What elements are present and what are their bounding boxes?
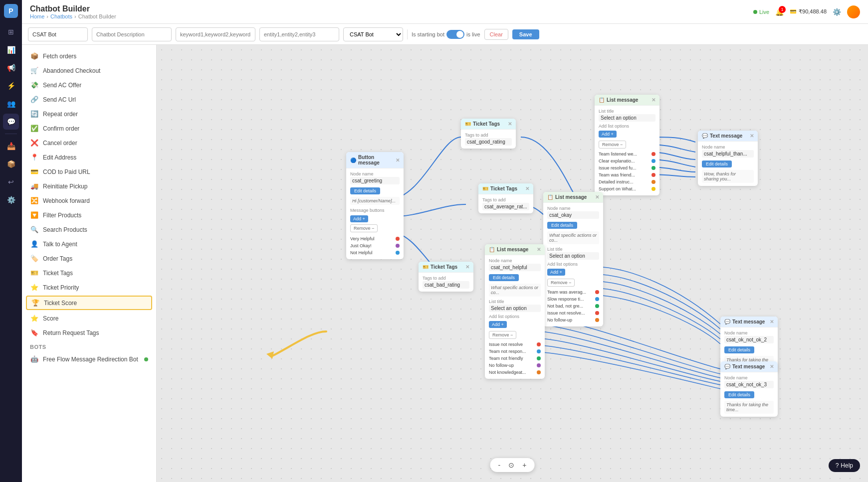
- nav-dashboard[interactable]: ⊞: [3, 24, 19, 40]
- sidebar-item-order-tags[interactable]: 🏷️ Order Tags: [22, 251, 156, 266]
- sidebar-item-ticket-score[interactable]: 🏆 Ticket Score: [26, 296, 152, 310]
- breadcrumb-chatbots[interactable]: Chatbots: [50, 13, 72, 19]
- ticket-tags-1-header: 🎫 Ticket Tags ✕: [461, 119, 516, 130]
- sidebar-item-cod-paid[interactable]: 💳 COD to Paid URL: [22, 164, 156, 179]
- zoom-out-button[interactable]: -: [496, 460, 503, 470]
- send-ac-url-icon: 🔗: [30, 96, 39, 103]
- sidebar-item-edit-address[interactable]: 📍 Edit Address: [22, 150, 156, 164]
- help-button[interactable]: ? Help: [829, 459, 860, 472]
- sidebar-item-score[interactable]: ⭐ Score: [22, 311, 156, 325]
- sidebar-item-confirm-order[interactable]: ✅ Confirm order: [22, 121, 156, 136]
- sidebar-item-abandoned-checkout[interactable]: 🛒 Abandoned Checkout: [22, 63, 156, 78]
- sidebar-item-talk-to-agent[interactable]: 👤 Talk to Agent: [22, 237, 156, 251]
- text-message-3-node[interactable]: 💬 Text message ✕ Node name csat_ok_not_o…: [720, 361, 778, 417]
- nav-returns[interactable]: ↩: [3, 174, 19, 190]
- list-nothelpful-close[interactable]: ✕: [537, 247, 541, 252]
- canvas-area[interactable]: 🔵 Button message ✕ Node name csat_greeti…: [157, 45, 868, 482]
- nav-contacts[interactable]: 👥: [3, 96, 19, 112]
- notification-icon[interactable]: 🔔 1: [775, 8, 784, 16]
- list-nh-opt3: Team not friendly: [489, 355, 541, 362]
- ticket-tags-node-1[interactable]: 🎫 Ticket Tags ✕ Tags to add csat_good_ra…: [461, 119, 516, 149]
- toolbar-divider: [407, 29, 408, 39]
- button-message-node[interactable]: 🔵 Button message ✕ Node name csat_greeti…: [346, 152, 404, 259]
- remove-btn[interactable]: Remove −: [350, 224, 378, 232]
- sidebar-item-return-request-tags[interactable]: 🔖 Return Request Tags: [22, 325, 156, 340]
- list-okay-remove[interactable]: Remove −: [547, 279, 575, 287]
- list-okay-edit[interactable]: Edit details: [547, 222, 577, 229]
- ticket-tags-2-header: 🎫 Ticket Tags ✕: [478, 183, 533, 194]
- list-okay-add[interactable]: Add +: [547, 269, 565, 276]
- entities-input[interactable]: [259, 27, 339, 41]
- sidebar-item-search-products[interactable]: 🔍 Search Products: [22, 222, 156, 237]
- nav-divider: [5, 134, 17, 134]
- settings-icon[interactable]: ⚙️: [833, 8, 841, 16]
- content-area: 📦 Fetch orders 🛒 Abandoned Checkout 💸 Se…: [22, 45, 868, 482]
- nav-analytics[interactable]: 📊: [3, 42, 19, 58]
- text-msg3-close[interactable]: ✕: [770, 364, 774, 369]
- text-msg2-edit[interactable]: Edit details: [724, 346, 754, 353]
- cancel-order-icon: ❌: [30, 139, 39, 147]
- breadcrumb-home[interactable]: Home: [30, 13, 44, 19]
- sidebar-item-repeat-order[interactable]: 🔄 Repeat order: [22, 107, 156, 121]
- list-message-top-node[interactable]: 📋 List message ✕ List title Select an op…: [595, 95, 659, 195]
- clear-button[interactable]: Clear: [484, 29, 508, 40]
- sidebar-item-send-ac-offer[interactable]: 💸 Send AC Offer: [22, 78, 156, 92]
- sidebar-item-reinitiate-pickup[interactable]: 🚚 Reinitiate Pickup: [22, 179, 156, 193]
- nav-orders[interactable]: 📦: [3, 156, 19, 172]
- bot-name-input[interactable]: [28, 27, 88, 41]
- text-message-1-node[interactable]: 💬 Text message ✕ Node name csat_helpful_…: [698, 131, 758, 186]
- sidebar-item-send-ac-url[interactable]: 🔗 Send AC Url: [22, 92, 156, 107]
- list-nothelpful-header: 📋 List message ✕: [485, 244, 545, 255]
- option-just-okay: Just Okay!: [350, 242, 400, 249]
- sidebar: 📦 Fetch orders 🛒 Abandoned Checkout 💸 Se…: [22, 45, 157, 482]
- sidebar-item-fetch-orders[interactable]: 📦 Fetch orders: [22, 49, 156, 63]
- tt3-close[interactable]: ✕: [465, 264, 469, 270]
- sidebar-item-cancel-order[interactable]: ❌ Cancel order: [22, 136, 156, 150]
- tt1-close[interactable]: ✕: [508, 121, 512, 127]
- text-msg1-edit[interactable]: Edit details: [702, 161, 732, 167]
- tt2-close[interactable]: ✕: [525, 186, 529, 191]
- list-nothelpful-add[interactable]: Add +: [489, 321, 507, 328]
- text-msg1-close[interactable]: ✕: [750, 133, 754, 139]
- list-nothelpful-remove[interactable]: Remove −: [489, 331, 516, 339]
- zoom-reset-button[interactable]: ⊙: [506, 460, 516, 470]
- option-dot-2: [396, 244, 400, 248]
- svg-marker-0: [266, 351, 274, 359]
- nav-settings[interactable]: ⚙️: [3, 192, 19, 208]
- bot-select[interactable]: CSAT Bot: [343, 27, 403, 41]
- tt2-body: Tags to add csat_average_rat...: [478, 194, 533, 213]
- button-message-edit-btn[interactable]: Edit details: [350, 187, 380, 194]
- sidebar-item-webhook[interactable]: 🔀 Webhook forward: [22, 193, 156, 208]
- free-flow-bot-icon: 🤖: [30, 355, 39, 363]
- list-message-nothelpful-node[interactable]: 📋 List message ✕ Node name csat_not_help…: [485, 244, 545, 379]
- starting-bot-switch[interactable]: [446, 30, 464, 39]
- ticket-tags-node-2[interactable]: 🎫 Ticket Tags ✕ Tags to add csat_average…: [478, 183, 533, 213]
- save-button[interactable]: Save: [512, 29, 539, 39]
- list-nothelpful-edit[interactable]: Edit details: [489, 274, 519, 281]
- avatar[interactable]: [847, 5, 860, 18]
- add-btn[interactable]: Add +: [350, 215, 368, 222]
- sidebar-item-free-flow-bot[interactable]: 🤖 Free Flow Message Redirection Bot: [22, 352, 156, 366]
- ticket-tags-node-3[interactable]: 🎫 Ticket Tags ✕ Tags to add csat_bad_rat…: [419, 262, 473, 292]
- nav-chatbots[interactable]: 💬: [3, 114, 19, 130]
- ticket-priority-icon: ⭐: [30, 284, 39, 291]
- list-top-close[interactable]: ✕: [651, 97, 655, 103]
- list-top-remove[interactable]: Remove −: [599, 141, 626, 149]
- list-top-add[interactable]: Add +: [599, 131, 617, 138]
- list-message-okay-node[interactable]: 📋 List message ✕ Node name csat_okay Edi…: [543, 192, 603, 326]
- sidebar-item-ticket-priority[interactable]: ⭐ Ticket Priority: [22, 280, 156, 295]
- zoom-in-button[interactable]: +: [520, 460, 528, 470]
- is-live-label: is live: [466, 31, 480, 37]
- fetch-orders-icon: 📦: [30, 52, 39, 60]
- nav-campaigns[interactable]: 📢: [3, 60, 19, 76]
- text-msg2-close[interactable]: ✕: [770, 319, 774, 324]
- button-message-close[interactable]: ✕: [396, 158, 400, 163]
- sidebar-item-ticket-tags[interactable]: 🎫 Ticket Tags: [22, 266, 156, 280]
- description-input[interactable]: [92, 27, 172, 41]
- sidebar-item-filter-products[interactable]: 🔽 Filter Products: [22, 208, 156, 222]
- nav-inbox[interactable]: 📥: [3, 138, 19, 154]
- nav-automation[interactable]: ⚡: [3, 78, 19, 94]
- text-msg3-edit[interactable]: Edit details: [724, 391, 754, 398]
- list-okay-close[interactable]: ✕: [595, 194, 599, 200]
- keywords-input[interactable]: [176, 27, 255, 41]
